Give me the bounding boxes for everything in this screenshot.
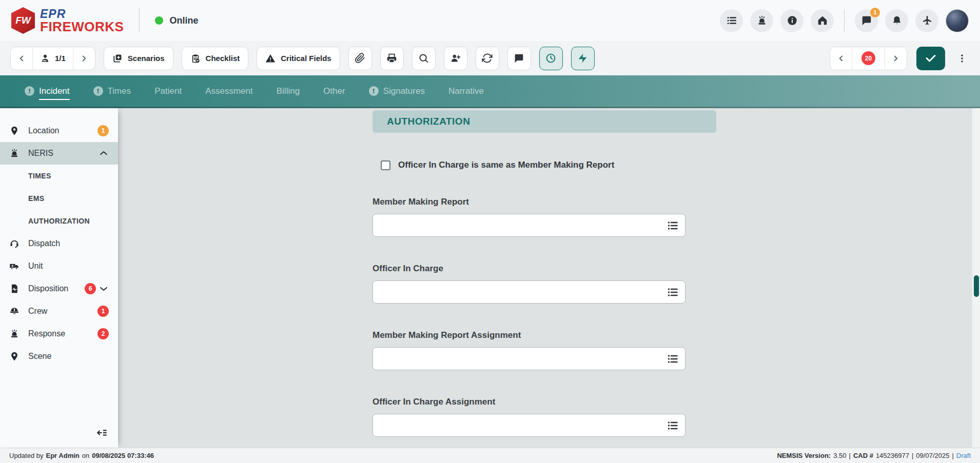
sidebar-item-response[interactable]: Response 2 — [0, 323, 118, 345]
siren-icon[interactable] — [750, 9, 773, 32]
tab-billing[interactable]: Billing — [277, 86, 300, 96]
siren-icon — [9, 148, 19, 158]
list-menu-icon[interactable] — [720, 9, 743, 32]
sidebar-item-scene[interactable]: Scene — [0, 345, 118, 368]
list-select-icon — [667, 419, 679, 432]
user-avatar[interactable] — [946, 9, 969, 32]
officer-in-charge-lookup-button[interactable] — [660, 281, 685, 303]
critical-fields-button[interactable]: Critical Fields — [257, 47, 340, 70]
attachments-button[interactable] — [348, 47, 372, 70]
location-badge: 1 — [97, 125, 109, 136]
next-record-button[interactable] — [73, 47, 95, 70]
tab-signatures[interactable]: ! Signatures — [369, 86, 425, 96]
section-tabbar: ! Incident ! Times Patient Assessment Bi… — [0, 75, 980, 108]
sidebar-item-crew[interactable]: Crew 1 — [0, 300, 118, 323]
checklist-button[interactable]: Checklist — [182, 47, 249, 70]
tab-other[interactable]: Other — [323, 86, 345, 96]
epr-fireworks-logo: FW EPR FIREWORKS — [11, 7, 124, 34]
officer-in-charge-assignment-input[interactable] — [373, 414, 660, 436]
section-title: AUTHORIZATION — [387, 116, 470, 127]
refresh-icon — [482, 53, 493, 64]
location-pin-icon — [9, 126, 19, 136]
ambulance-icon — [9, 261, 19, 271]
comments-button[interactable] — [507, 47, 531, 70]
officer-in-charge-assignment-field-group: Officer In Charge Assignment — [373, 397, 685, 437]
sidebar-item-unit[interactable]: Unit — [0, 255, 118, 277]
officer-in-charge-field-group: Officer In Charge — [373, 264, 685, 304]
info-icon[interactable] — [780, 9, 803, 32]
sync-button[interactable] — [476, 47, 499, 70]
sidebar-collapse-button[interactable] — [95, 427, 109, 438]
print-button[interactable] — [380, 47, 404, 70]
next-issue-button[interactable] — [885, 47, 907, 70]
tab-incident[interactable]: ! Incident — [25, 86, 70, 96]
sidebar-item-dispatch[interactable]: Dispatch — [0, 232, 118, 255]
sidebar-item-neris[interactable]: NERIS — [0, 142, 118, 165]
tab-narrative[interactable]: Narrative — [448, 86, 484, 96]
chevron-up-icon — [99, 148, 109, 158]
patient-icon — [40, 53, 50, 64]
airplane-mode-icon[interactable] — [915, 9, 938, 32]
oic-same-as-mmr-checkbox[interactable] — [381, 160, 390, 170]
member-making-report-assignment-field-group: Member Making Report Assignment — [373, 330, 685, 370]
tab-patient[interactable]: Patient — [154, 86, 182, 96]
add-person-button[interactable] — [444, 47, 467, 70]
search-button[interactable] — [412, 47, 436, 70]
lightning-icon — [577, 53, 588, 64]
member-making-report-lookup-button[interactable] — [660, 214, 685, 236]
crew-badge: 1 — [97, 306, 109, 317]
validate-save-button[interactable] — [916, 47, 945, 70]
member-making-report-assignment-label: Member Making Report Assignment — [373, 330, 685, 340]
logo-text-epr: EPR — [40, 8, 124, 20]
notifications-bell-icon[interactable] — [885, 9, 908, 32]
logo-text-fireworks: FIREWORKS — [40, 20, 124, 33]
tab-times[interactable]: ! Times — [93, 86, 131, 96]
signatures-alert-icon: ! — [369, 86, 379, 96]
messages-icon[interactable]: 1 — [855, 9, 878, 32]
form-main-area: AUTHORIZATION Officer In Charge is same … — [118, 108, 980, 448]
officer-in-charge-label: Officer In Charge — [373, 264, 685, 274]
officer-in-charge-input[interactable] — [373, 281, 660, 303]
collapse-sidebar-icon — [95, 427, 109, 438]
sidebar-item-disposition[interactable]: Disposition 6 — [0, 277, 118, 300]
member-making-report-assignment-lookup-button[interactable] — [660, 348, 685, 370]
online-status-label: Online — [169, 15, 198, 26]
scenarios-label: Scenarios — [128, 54, 165, 63]
list-select-icon — [667, 286, 679, 298]
member-making-report-assignment-input[interactable] — [373, 348, 660, 370]
more-options-button[interactable] — [954, 47, 970, 70]
quick-actions-button[interactable] — [571, 47, 595, 70]
officer-in-charge-assignment-label: Officer In Charge Assignment — [373, 397, 685, 407]
incident-sidebar: Location 1 NERIS TIMES EMS AUTHORIZATION… — [0, 108, 118, 448]
home-icon[interactable] — [811, 9, 834, 32]
connection-status: Online — [155, 15, 198, 26]
officer-in-charge-assignment-lookup-button[interactable] — [660, 414, 685, 436]
kebab-menu-icon — [957, 53, 967, 64]
scrollbar-thumb[interactable] — [974, 275, 979, 297]
sidebar-item-location[interactable]: Location 1 — [0, 119, 118, 142]
member-making-report-field-group: Member Making Report — [373, 197, 685, 237]
times-quick-button[interactable] — [539, 47, 563, 70]
incident-date: 09/07/2025 — [916, 452, 949, 459]
siren-icon — [9, 329, 19, 339]
logo-shield-icon: FW — [11, 7, 35, 34]
vertical-scrollbar[interactable] — [972, 108, 980, 448]
sidebar-subitem-ems[interactable]: EMS — [0, 187, 118, 210]
scenarios-button[interactable]: Scenarios — [104, 47, 173, 70]
oic-same-as-mmr-checkbox-row[interactable]: Officer In Charge is same as Member Maki… — [381, 160, 716, 170]
previous-issue-button[interactable] — [830, 47, 852, 70]
tab-assessment[interactable]: Assessment — [205, 86, 253, 96]
list-select-icon — [667, 219, 679, 232]
previous-record-button[interactable] — [11, 47, 32, 70]
member-making-report-input[interactable] — [373, 214, 660, 236]
cad-label: CAD # — [853, 452, 873, 459]
times-alert-icon: ! — [93, 86, 103, 96]
app-header: FW EPR FIREWORKS Online 1 — [0, 0, 980, 41]
cad-number: 145236977 — [876, 452, 909, 459]
sidebar-subitem-times[interactable]: TIMES — [0, 165, 118, 187]
oic-same-as-mmr-label: Officer In Charge is same as Member Maki… — [398, 160, 614, 170]
nemsis-version-value: 3.50 — [833, 452, 846, 459]
sidebar-subitem-authorization[interactable]: AUTHORIZATION — [0, 210, 118, 232]
draft-status-link[interactable]: Draft — [956, 452, 971, 459]
record-counter-label: 1/1 — [55, 54, 66, 63]
